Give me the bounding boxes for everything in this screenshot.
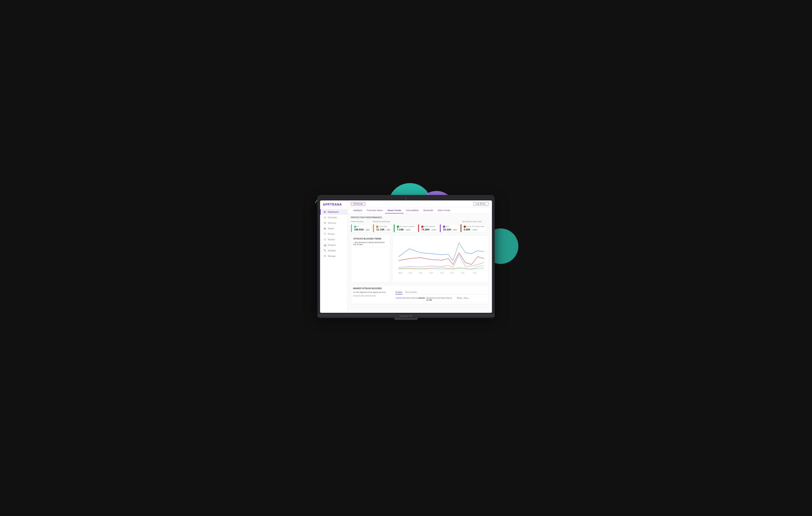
stat-change-all: ↓ 99% (365, 229, 370, 231)
tab-action-center[interactable]: Action Center (436, 207, 453, 213)
sidebar-label-monitor: Monitor (328, 238, 335, 241)
settings-icon: 🔧 (323, 249, 326, 252)
sidebar-label-manage: Manage (328, 255, 336, 257)
discover-icon: ⚙ (323, 222, 326, 224)
table-col1-value: 106.91K (418, 297, 425, 299)
svg-text:Jun 10: Jun 10 (440, 272, 443, 274)
sidebar-item-dashboard[interactable]: ⊞ Dashboard (320, 209, 347, 214)
overview-icon: ◎ (323, 216, 326, 219)
time-range-button[interactable]: Last 30 Da... (473, 202, 489, 206)
tab-bandwidth[interactable]: Bandwidth (421, 207, 436, 213)
chart-info-title: ATTACKS BLOCKED TREND (353, 238, 388, 240)
laptop-screen-border: APPTRANA ⊞ Dashboard ◎ Overview ⚙ Discov… (317, 195, 495, 314)
bottom-tabs: At Apps By Countries (396, 291, 487, 295)
highest-attacks-title: HIGHEST ATTACKS BLOCKED (353, 287, 487, 290)
attacks-blocked-label: Attacks blocked (351, 221, 372, 223)
stat-change-core-rules: ↓ 18% (385, 229, 390, 231)
sidebar-item-monitor[interactable]: ☑ Monitor (320, 237, 347, 242)
stat-value-bot: 18.32K (443, 228, 451, 231)
scene: APPTRANA ⊞ Dashboard ◎ Overview ⚙ Discov… (301, 189, 511, 327)
sidebar-label-discover: Discover (328, 222, 336, 224)
sidebar-label-dashboard: Dashboard (328, 211, 339, 213)
tab-highlights[interactable]: Highlights (351, 207, 365, 213)
attacks-table: At Apps By Countries Attacks Blocked at … (396, 291, 487, 302)
stat-label-all: All (357, 226, 359, 227)
stat-change-geo-ip: ↑ 100% (471, 229, 477, 231)
stat-change-ddos: ↑ 375% (430, 229, 436, 231)
sidebar-item-discover[interactable]: ⚙ Discover (320, 220, 347, 226)
sidebar-item-settings[interactable]: 🔧 Settings (320, 248, 347, 253)
sidebar-item-analysis[interactable]: 📊 Analysis (320, 242, 347, 248)
chart-section: ATTACKS BLOCKED TREND ↓ 99% decrease in … (351, 235, 489, 282)
highest-attacks-section: HIGHEST ATTACKS BLOCKED 76.76K (highest)… (351, 285, 489, 304)
sidebar-item-overview[interactable]: ◎ Overview (320, 214, 347, 220)
laptop-screen: APPTRANA ⊞ Dashboard ◎ Overview ⚙ Discov… (320, 200, 492, 313)
stat-change-custom-policies: ↑ 184% (405, 229, 410, 231)
app-logo: APPTRANA (320, 203, 347, 209)
svg-text:Jun 13: Jun 13 (451, 272, 454, 274)
dashboard-icon: ⊞ (323, 210, 326, 213)
domain-button[interactable]: All Domain (351, 202, 366, 206)
laptop-brand-label: MacBook Pro (400, 315, 412, 317)
stat-card-ddos[interactable]: DDoS policies 74.26K ↑ 375% (418, 224, 438, 232)
tab-protection-status[interactable]: Protection Status (365, 207, 385, 213)
main-content: All Domain Last 30 Da... Highlights Prot… (348, 200, 492, 313)
blocked-by-policy-label: Blocked by policy type (373, 221, 461, 223)
sidebar-label-overview: Overview (328, 216, 337, 219)
chart-info-description: ↓ 99% decrease in attacks blocked from l… (353, 241, 388, 246)
line-chart-container: May 29 Jun 01 Jun 04 Jun 07 Jun 10 Jun 1… (392, 235, 489, 282)
bottom-tab-by-countries[interactable]: By Countries (405, 291, 417, 294)
sidebar-label-detect: Detect (328, 227, 334, 230)
sidebar-item-protect[interactable]: 🛡 Protect (320, 231, 347, 237)
sidebar-label-settings: Settings (328, 249, 336, 252)
laptop-stand (394, 318, 418, 320)
svg-text:Jun 01: Jun 01 (409, 272, 412, 274)
table-col3-label: Block... (Top (457, 297, 467, 299)
laptop: APPTRANA ⊞ Dashboard ◎ Overview ⚙ Discov… (317, 195, 495, 320)
stat-card-all[interactable]: All 106.91K ↓ 99% (351, 224, 372, 232)
stat-value-core-rules: 11.74K (376, 228, 384, 231)
stat-change-bot: ↓ 84% (452, 229, 457, 231)
tab-vulnerabilities[interactable]: Vulnerabilities (404, 207, 421, 213)
stat-card-core-rules[interactable]: Core rules 11.74K ↓ 18% (373, 224, 393, 232)
stat-label-geo-ip: Geo & IP Custom rules (466, 226, 485, 227)
table-header: Attacks Blocked at (Top 5) 106.91K Block… (396, 296, 487, 302)
stat-value-all: 106.91K (354, 228, 364, 231)
stat-card-geo-ip[interactable]: Geo & IP Custom rules 4.55K ↑ 100% (460, 224, 487, 232)
blocked-custom-label: Blocked By Custom rules (462, 221, 489, 223)
table-col2-value: 11.74K (426, 299, 432, 301)
stat-value-custom-policies: 7.14K (397, 228, 404, 231)
svg-text:Jun 07: Jun 07 (430, 272, 433, 274)
chart-info-panel: ATTACKS BLOCKED TREND ↓ 99% decrease in … (351, 235, 390, 282)
sidebar-label-protect: Protect (328, 233, 335, 235)
protect-icon: 🛡 (323, 233, 326, 235)
table-col3-value: ... (468, 297, 470, 299)
stat-label-core-rules: Core rules (379, 226, 387, 227)
stat-value-geo-ip: 4.55K (464, 228, 471, 231)
stats-row: All 106.91K ↓ 99% (351, 224, 489, 232)
top-bar: All Domain Last 30 Da... (348, 200, 492, 207)
table-header-col2: Blocked by Core Rules (Top 5) 11.74K (426, 297, 456, 301)
laptop-base: MacBook Pro (317, 314, 495, 318)
trend-description: ↓ 99% decrease in attacks blocked from l… (353, 241, 388, 246)
table-col1-label: Attacks Blocked at (Top 5) (396, 297, 417, 299)
stat-value-ddos: 74.26K (422, 228, 430, 231)
table-header-col1: Attacks Blocked at (Top 5) 106.91K (396, 297, 425, 301)
stat-card-bot[interactable]: BOT 18.32K ↓ 84% (440, 224, 459, 232)
protection-performance-title: PROTECTION PERFORMANCE (351, 217, 489, 219)
stat-card-custom-policies[interactable]: By Custom policies 7.14K ↑ 184% (394, 224, 417, 232)
stat-label-ddos: DDoS policies (424, 226, 435, 227)
sidebar-item-detect[interactable]: ◉ Detect (320, 226, 347, 231)
highest-attacks-info: 76.76K (highest) of the attacks are from… (353, 291, 393, 302)
bottom-tab-at-apps[interactable]: At Apps (396, 291, 402, 294)
svg-text:Jun 04: Jun 04 (419, 272, 423, 274)
tab-attack-trends[interactable]: Attack Trends (385, 207, 403, 213)
sidebar-item-manage[interactable]: ⚙ Manage (320, 253, 347, 259)
stat-label-custom-policies: By Custom policies (400, 226, 415, 227)
highest-attacks-description: 76.76K (highest) of the attacks are from (353, 291, 393, 293)
sidebar: APPTRANA ⊞ Dashboard ◎ Overview ⚙ Discov… (320, 200, 348, 313)
detect-icon: ◉ (323, 227, 326, 230)
bottom-content: 76.76K (highest) of the attacks are from… (353, 291, 487, 302)
svg-text:Jun 19: Jun 19 (473, 272, 476, 274)
table-header-col3: Block... (Top ... (457, 297, 487, 301)
